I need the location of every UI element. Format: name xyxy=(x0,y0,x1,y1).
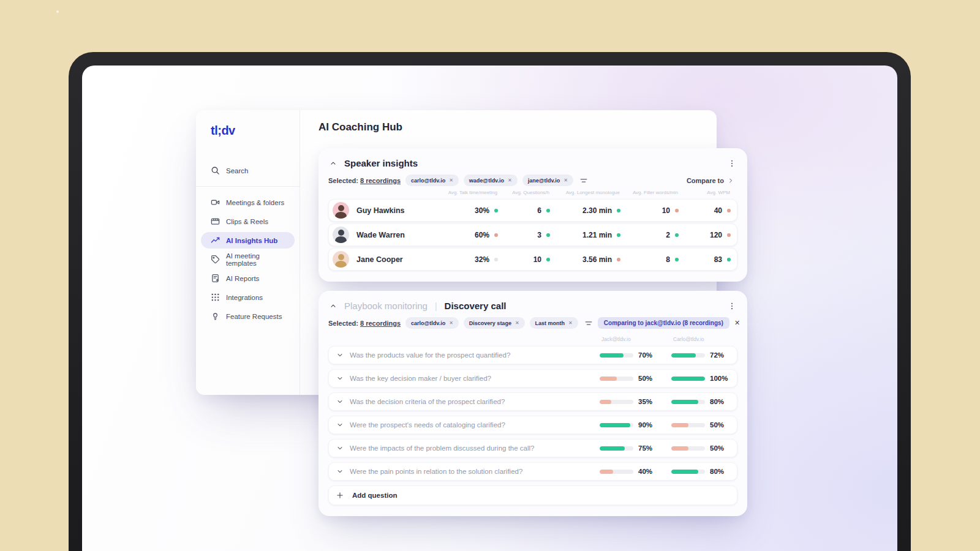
progress-bar xyxy=(671,400,705,404)
filter-chip[interactable]: Last month✕ xyxy=(530,317,578,329)
question-row[interactable]: Was the key decision maker / buyer clari… xyxy=(328,369,737,388)
metric-cell: 2 xyxy=(620,231,679,239)
metric-cell: 30% xyxy=(464,206,498,215)
score-value: 70% xyxy=(638,351,652,359)
sidebar-item-ai-reports[interactable]: AI Reports xyxy=(201,270,295,287)
score-value: 100% xyxy=(710,375,728,382)
speaker-row[interactable]: Guy Hawkins30%62.30 min1040 xyxy=(328,199,737,222)
sidebar-divider xyxy=(196,186,300,187)
speaker-row[interactable]: Wade Warren60%31.21 min2120 xyxy=(328,223,737,246)
chip-label: Last month xyxy=(535,320,565,326)
progress-bar xyxy=(600,423,633,427)
sidebar-item-clips-reels[interactable]: Clips & Reels xyxy=(201,213,295,230)
filter-chip[interactable]: carlo@tldv.io✕ xyxy=(405,174,459,186)
sidebar-item-label: AI meeting templates xyxy=(226,252,288,267)
chevron-down-icon[interactable] xyxy=(336,421,344,429)
progress-bar xyxy=(671,377,705,381)
playbook-panel-header: Playbook monitoring | Discovery call xyxy=(330,301,736,311)
compare-to-label: Compare to xyxy=(687,177,724,184)
selected-recordings-link[interactable]: 8 recordings xyxy=(360,177,401,184)
score-group: 50% xyxy=(600,375,660,382)
column-header: Carlo@tldv.io xyxy=(672,336,733,342)
progress-fill xyxy=(671,377,705,381)
question-row[interactable]: Were the pain points in relation to the … xyxy=(328,462,737,481)
filter-icon[interactable] xyxy=(579,176,588,185)
filter-icon[interactable] xyxy=(584,319,593,328)
progress-fill xyxy=(600,470,613,474)
metric-value: 10 xyxy=(662,206,670,215)
score-group: 72% xyxy=(671,351,732,359)
metric-cell: 2.30 min xyxy=(550,206,620,215)
avatar xyxy=(333,202,349,219)
question-row[interactable]: Were the impacts of the problem discusse… xyxy=(328,439,737,457)
filter-chip[interactable]: Discovery stage✕ xyxy=(464,317,525,329)
column-header: Avg. Filler words/min xyxy=(621,190,679,195)
metric-value: 10 xyxy=(533,255,541,264)
question-text: Were the prospect's needs of cataloging … xyxy=(350,421,594,429)
speaker-name-cell: Wade Warren xyxy=(333,227,464,243)
close-icon[interactable]: ✕ xyxy=(508,178,512,183)
close-icon[interactable]: ✕ xyxy=(734,319,740,327)
kebab-menu-icon[interactable] xyxy=(728,302,736,310)
close-icon[interactable]: ✕ xyxy=(564,178,568,183)
collapse-icon[interactable] xyxy=(330,160,337,167)
metric-value: 3.56 min xyxy=(582,255,612,264)
close-icon[interactable]: ✕ xyxy=(449,178,453,183)
sidebar-item-ai-insights-hub[interactable]: AI Insights Hub xyxy=(201,232,295,249)
selected-prefix: Selected: xyxy=(328,177,358,184)
add-question-button[interactable]: Add question xyxy=(328,485,737,505)
add-question-label: Add question xyxy=(352,492,397,499)
question-row[interactable]: Was the decision criteria of the prospec… xyxy=(328,392,737,411)
sidebar-item-integrations[interactable]: Integrations xyxy=(201,289,295,305)
metric-cell: 32% xyxy=(464,255,498,264)
laptop-frame: tl;dv Search Meetings & foldersClips & R… xyxy=(69,52,911,551)
title-divider: | xyxy=(435,301,437,311)
close-icon[interactable]: ✕ xyxy=(449,320,453,326)
sidebar-item-meetings-folders[interactable]: Meetings & folders xyxy=(201,194,295,211)
question-text: Were the impacts of the problem discusse… xyxy=(350,444,594,452)
metric-cell: 6 xyxy=(498,206,550,215)
speaker-name: Wade Warren xyxy=(356,231,405,239)
score-value: 40% xyxy=(638,468,652,475)
metric-cell: 120 xyxy=(679,231,731,239)
metric-value: 2.30 min xyxy=(582,206,612,215)
progress-bar xyxy=(600,446,633,451)
sidebar-item-feature-requests[interactable]: Feature Requests xyxy=(201,308,295,324)
filter-chip[interactable]: carlo@tldv.io✕ xyxy=(405,317,459,329)
selected-recordings-link[interactable]: 8 recordings xyxy=(360,320,401,327)
filter-chip[interactable]: jane@tldv.io✕ xyxy=(522,174,573,186)
chevron-down-icon[interactable] xyxy=(336,444,344,452)
kebab-menu-icon[interactable] xyxy=(728,159,736,168)
search-button[interactable]: Search xyxy=(211,166,290,175)
score-group: 80% xyxy=(671,398,732,405)
chevron-down-icon[interactable] xyxy=(336,468,344,475)
metric-value: 6 xyxy=(537,206,541,215)
plus-icon xyxy=(336,492,344,499)
sidebar-item-label: Clips & Reels xyxy=(226,218,268,225)
progress-bar xyxy=(600,353,633,358)
chip-label: carlo@tldv.io xyxy=(411,320,445,326)
score-value: 80% xyxy=(710,468,724,475)
question-row[interactable]: Was the products value for the prospect … xyxy=(328,346,737,364)
close-icon[interactable]: ✕ xyxy=(515,320,519,326)
speaker-row[interactable]: Jane Cooper32%103.56 min883 xyxy=(328,248,737,271)
chevron-down-icon[interactable] xyxy=(336,351,344,359)
sidebar-item-ai-meeting-templates[interactable]: AI meeting templates xyxy=(201,251,295,268)
close-icon[interactable]: ✕ xyxy=(568,320,573,326)
marketing-background: tl;dv Search Meetings & foldersClips & R… xyxy=(0,0,980,551)
collapse-icon[interactable] xyxy=(330,302,337,310)
compare-to-button[interactable]: Compare to xyxy=(683,176,737,185)
playbook-title-muted: Playbook monitoring xyxy=(344,301,428,311)
metric-value: 83 xyxy=(714,255,722,264)
progress-fill xyxy=(671,470,698,474)
column-header: Jack@tldv.io xyxy=(600,336,661,342)
metric-cell: 8 xyxy=(620,255,679,264)
progress-fill xyxy=(671,446,688,451)
chevron-down-icon[interactable] xyxy=(336,398,344,405)
question-row[interactable]: Were the prospect's needs of cataloging … xyxy=(328,416,737,434)
progress-fill xyxy=(600,353,624,358)
filter-chip[interactable]: wade@tldv.io✕ xyxy=(464,174,518,186)
chevron-down-icon[interactable] xyxy=(336,375,344,382)
app-logo[interactable]: tl;dv xyxy=(211,124,300,138)
comparing-chip[interactable]: Comparing to jack@tldv.io (8 recordings) xyxy=(598,317,729,329)
